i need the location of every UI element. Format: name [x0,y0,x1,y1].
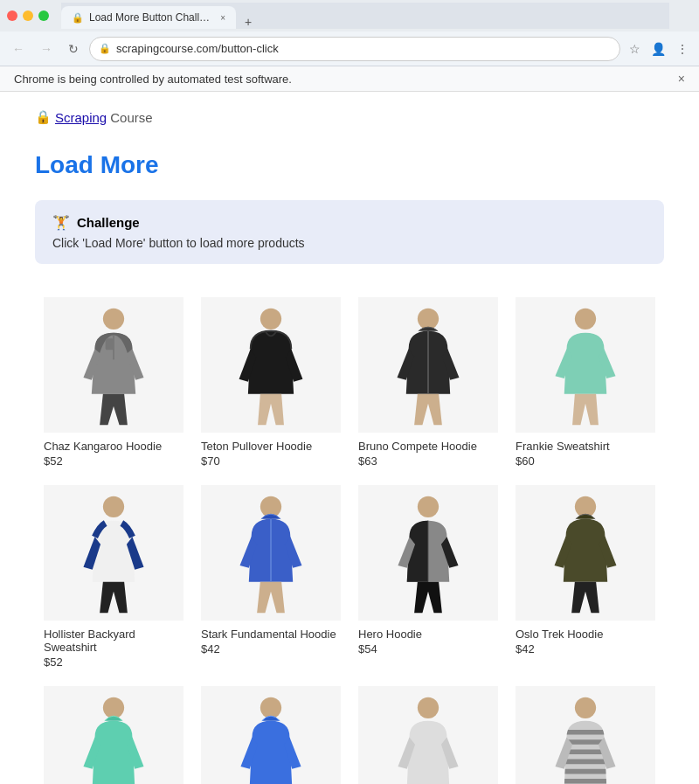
product-item [350,677,507,784]
product-item: Bruno Compete Hoodie$63 [350,288,507,476]
address-bar[interactable]: 🔒 scrapingcourse.com/button-click [89,37,620,61]
product-image [44,485,183,621]
svg-point-15 [418,697,439,718]
close-window-button[interactable] [7,10,17,21]
browser-toolbar: ← → ↻ 🔒 scrapingcourse.com/button-click … [0,31,699,66]
profile-icon[interactable]: 👤 [647,38,669,59]
logo-scraping-link[interactable]: Scraping [55,110,107,125]
browser-titlebar: 🔒 Load More Button Challenge × + [0,0,699,31]
forward-button[interactable]: → [35,38,58,59]
product-price: $54 [358,642,498,656]
challenge-description: Click 'Load More' button to load more pr… [52,236,647,250]
product-price: $70 [201,454,341,468]
url-display: scrapingcourse.com/button-click [116,42,611,55]
challenge-header: 🏋 Challenge [52,214,647,231]
svg-point-13 [103,697,124,718]
product-price: $52 [44,656,183,669]
product-price: $42 [201,642,341,656]
infobar-close-button[interactable]: × [678,72,685,86]
product-name: Hero Hoodie [358,628,498,641]
tab-close-button[interactable]: × [220,13,225,23]
svg-point-10 [418,496,439,517]
back-button[interactable]: ← [7,38,30,59]
challenge-icon: 🏋 [52,214,70,231]
page-content: 🔒 Scraping Course Load More 🏋 Challenge … [0,92,699,784]
logo-icon: 🔒 [35,109,52,125]
product-item: Chaz Kangaroo Hoodie$52 [35,288,192,476]
tab-icon: 🔒 [72,12,84,24]
product-name: Teton Pullover Hoodie [201,440,341,453]
logo-course-text: Course [110,110,152,125]
product-image [44,686,183,784]
product-price: $52 [44,454,183,468]
svg-rect-2 [106,338,114,350]
product-name: Chaz Kangaroo Hoodie [44,440,183,453]
maximize-window-button[interactable] [38,10,49,21]
ssl-lock-icon: 🔒 [99,43,111,54]
product-name: Stark Fundamental Hoodie [201,628,341,641]
product-image [44,297,183,433]
automation-infobar: Chrome is being controlled by automated … [0,66,699,92]
product-name: Oslo Trek Hoodie [516,628,655,641]
product-price: $60 [516,454,655,468]
product-item: Teton Pullover Hoodie$70 [192,288,350,476]
product-name: Frankie Sweatshirt [516,440,655,453]
svg-point-4 [418,308,439,329]
product-price: $63 [358,454,498,468]
toolbar-icons: ☆ 👤 ⋮ [626,38,692,59]
menu-icon[interactable]: ⋮ [673,38,692,59]
product-item: Hero Hoodie$54 [350,476,507,677]
svg-point-0 [103,308,124,329]
svg-point-14 [260,697,281,718]
bookmark-icon[interactable]: ☆ [626,38,644,59]
product-item: Stark Fundamental Hoodie$42 [192,476,350,677]
browser-frame: 🔒 Load More Button Challenge × + ← → ↻ 🔒… [0,0,699,784]
product-image [516,686,655,784]
challenge-title: Challenge [77,215,140,230]
product-item: Hollister Backyard Sweatshirt$52 [35,476,192,677]
product-image [201,485,341,621]
page-title: Load More [35,151,664,179]
product-item: Frankie Sweatshirt$60 [507,288,664,476]
product-image [358,686,498,784]
refresh-button[interactable]: ↻ [63,38,84,59]
svg-point-3 [260,308,281,329]
product-item: Oslo Trek Hoodie$42 [507,476,664,677]
minimize-window-button[interactable] [23,10,33,21]
product-item [507,677,664,784]
product-image [516,297,655,433]
product-item [35,677,192,784]
svg-point-6 [575,308,596,329]
product-price: $42 [516,642,655,656]
product-image [358,297,498,433]
product-image [358,485,498,621]
product-image [201,297,341,433]
site-logo: 🔒 Scraping Course [35,109,664,125]
svg-point-7 [103,496,124,517]
active-tab[interactable]: 🔒 Load More Button Challenge × [61,6,236,29]
product-item [192,677,350,784]
challenge-box: 🏋 Challenge Click 'Load More' button to … [35,200,664,264]
product-name: Hollister Backyard Sweatshirt [44,628,183,654]
traffic-lights [7,10,49,21]
product-image [201,686,341,784]
tab-title: Load More Button Challenge [89,11,215,24]
product-grid: Chaz Kangaroo Hoodie$52 Teton Pullover H… [35,288,664,784]
product-image [516,485,655,621]
svg-point-16 [575,697,596,718]
infobar-message: Chrome is being controlled by automated … [14,73,292,86]
new-tab-button[interactable]: + [239,15,257,29]
product-name: Bruno Compete Hoodie [358,440,498,453]
